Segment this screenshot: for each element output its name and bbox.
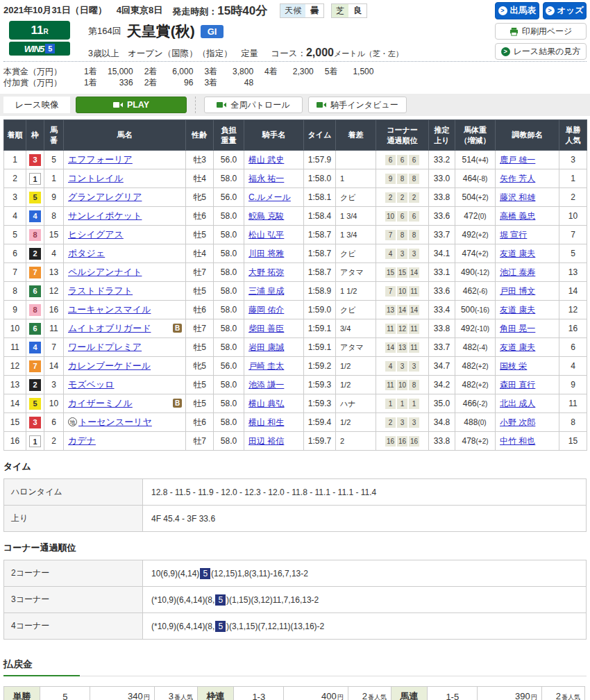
cell-trainer: 角田 晃一 xyxy=(496,319,559,338)
horse-name-link[interactable]: カレンブーケドール xyxy=(68,360,151,371)
results-header-cell: 調教師名 xyxy=(496,120,559,151)
play-button[interactable]: PLAY xyxy=(76,97,187,113)
corner-row-value: (*10,9)(6,4,14)(8,5)(3,1,15)(7,12,11)(13… xyxy=(143,613,587,640)
cell-horse-name: エフフォーリア xyxy=(64,151,186,169)
horse-name-link[interactable]: カデナ xyxy=(68,435,96,446)
cell-corner-positions: 433 xyxy=(376,357,429,376)
race-conditions-line: 3歳以上 オープン（国際）（指定） 定量 コース：2,000メートル（芝・左） xyxy=(88,47,403,60)
shutsuba-button[interactable]: > 出馬表 xyxy=(495,2,539,19)
patrol-video-button[interactable]: 全周パトロール xyxy=(204,97,303,113)
cell-frame: 8 xyxy=(26,301,44,319)
jockey-link[interactable]: 川田 将雅 xyxy=(248,249,284,258)
horse-name-link[interactable]: ムイトオブリガード xyxy=(68,323,151,333)
results-header-row: 着順枠馬 番馬名性齢負担 重量騎手名タイム着差コーナー 通過順位推定 上り馬体重… xyxy=(4,120,587,151)
horse-name-link[interactable]: ポタジェ xyxy=(68,248,105,258)
corner-position-boxes: 71011 xyxy=(385,286,419,297)
jockey-link[interactable]: 池添 謙一 xyxy=(248,380,284,390)
trainer-link[interactable]: 小野 次郎 xyxy=(500,417,535,427)
result-guide-button[interactable]: > レース結果の見方 xyxy=(495,43,587,60)
horse-name-link[interactable]: サンレイポケット xyxy=(68,210,142,221)
jockey-link[interactable]: 大野 拓弥 xyxy=(248,267,284,277)
cell-time: 1:58.1 xyxy=(304,188,336,207)
yen-suffix: 円 xyxy=(531,694,537,700)
cell-sex-age: 牡3 xyxy=(186,151,214,169)
jockey-link[interactable]: 福永 祐一 xyxy=(248,174,284,183)
trainer-link[interactable]: 友道 康夫 xyxy=(500,305,535,315)
horse-name-link[interactable]: ヒシイグアス xyxy=(68,229,124,240)
jockey-link[interactable]: 鮫島 克駿 xyxy=(248,211,284,221)
corner-pos: 13 xyxy=(385,305,396,315)
print-page-button[interactable]: 印刷用ページ xyxy=(495,23,587,40)
results-header-cell: 負担 重量 xyxy=(214,120,244,151)
horse-name-link[interactable]: エフフォーリア xyxy=(68,154,133,165)
results-header-cell: 着差 xyxy=(336,120,376,151)
course-distance: 2,000 xyxy=(306,47,334,58)
horse-name-link[interactable]: ワールドプレミア xyxy=(68,342,142,352)
trainer-link[interactable]: 戸田 博文 xyxy=(500,286,535,296)
horse-name-link[interactable]: ペルシアンナイト xyxy=(68,267,142,277)
cell-frame: 6 xyxy=(26,319,44,338)
cell-jockey: 池添 謙一 xyxy=(244,376,304,394)
jockey-link[interactable]: 柴田 善臣 xyxy=(248,324,284,333)
body-weight-diff: (+2) xyxy=(475,194,488,201)
cell-jockey: 田辺 裕信 xyxy=(244,432,304,451)
winner-number-highlight: 5 xyxy=(215,594,226,606)
jockey-link[interactable]: 三浦 皇成 xyxy=(248,286,284,296)
corner-pos: 6 xyxy=(397,211,407,222)
horse-name-link[interactable]: モズベッロ xyxy=(68,379,115,390)
odds-button[interactable]: > オッズ xyxy=(543,2,587,19)
payout-popularity-value: 2 xyxy=(556,691,561,700)
frame-badge: 1 xyxy=(29,435,41,447)
cell-corner-positions: 233 xyxy=(376,413,429,432)
trainer-link[interactable]: 中竹 和也 xyxy=(500,436,535,446)
trainer-link[interactable]: 友道 康夫 xyxy=(500,249,535,258)
body-weight-value: 482 xyxy=(462,361,475,371)
jockey-link[interactable]: 田辺 裕信 xyxy=(248,436,284,446)
horse-name-link[interactable]: ユーキャンスマイル xyxy=(68,304,151,315)
cell-horse-number: 5 xyxy=(44,151,64,169)
body-weight-diff: (-8) xyxy=(477,175,488,183)
winner-number-highlight: 5 xyxy=(215,621,226,632)
corner-row-value: (*10,9)(6,4,14)(8,5)(1,15)(3,12)11,7,16,… xyxy=(143,587,587,613)
frame-badge: 1 xyxy=(29,173,41,185)
trainer-link[interactable]: 森田 直行 xyxy=(500,380,535,390)
trainer-link[interactable]: 国枝 栄 xyxy=(500,361,527,371)
trainer-link[interactable]: 鹿戸 雄一 xyxy=(500,155,535,165)
jockey-interview-button[interactable]: 騎手インタビュー xyxy=(308,97,407,113)
cell-last3f: 34.1 xyxy=(429,244,455,263)
cell-time: 1:58.7 xyxy=(304,244,336,263)
jockey-link[interactable]: 横山 武史 xyxy=(248,155,284,165)
result-row: 448サンレイポケット牡658.0鮫島 克駿1:58.41 3/4106633.… xyxy=(4,207,587,226)
corner-order-text: (*10,9)(6,4,14)(8, xyxy=(151,622,214,631)
corner-pos: 14 xyxy=(397,305,407,315)
horse-name-link[interactable]: グランアレグリア xyxy=(68,192,142,202)
horse-name-link[interactable]: トーセンスーリヤ xyxy=(78,417,152,427)
result-row: 135エフフォーリア牡356.0横山 武史1:57.966633.2514(+4… xyxy=(4,151,587,169)
cell-last3f: 34.2 xyxy=(429,376,455,394)
cell-horse-name: モズベッロ xyxy=(64,376,186,394)
horse-name-link[interactable]: ラストドラフト xyxy=(68,285,133,296)
jockey-link[interactable]: C.ルメール xyxy=(248,192,291,202)
jockey-link[interactable]: 藤岡 佑介 xyxy=(248,305,284,315)
jockey-link[interactable]: 横山 和生 xyxy=(248,417,284,427)
cell-sex-age: 牡5 xyxy=(186,282,214,301)
trainer-link[interactable]: 北出 成人 xyxy=(500,399,535,408)
trainer-link[interactable]: 友道 康夫 xyxy=(500,342,535,352)
corner-pos: 12 xyxy=(397,324,407,334)
trainer-link[interactable]: 高橋 義忠 xyxy=(500,211,535,221)
jockey-link[interactable]: 戸崎 圭太 xyxy=(248,361,284,371)
cell-jockey: 大野 拓弥 xyxy=(244,263,304,282)
trainer-link[interactable]: 池江 泰寿 xyxy=(500,267,535,277)
trainer-link[interactable]: 堀 宣行 xyxy=(500,230,527,240)
horse-name-link[interactable]: カイザーミノル xyxy=(68,398,133,408)
trainer-link[interactable]: 藤沢 和雄 xyxy=(500,192,535,202)
trainer-link[interactable]: 角田 晃一 xyxy=(500,324,535,333)
jockey-link[interactable]: 岩田 康誠 xyxy=(248,342,284,352)
corner-pos: 13 xyxy=(397,342,407,353)
trainer-link[interactable]: 矢作 芳人 xyxy=(500,174,535,183)
jockey-link[interactable]: 横山 典弘 xyxy=(248,399,284,408)
jockey-link[interactable]: 松山 弘平 xyxy=(248,230,284,240)
cell-jockey: 戸崎 圭太 xyxy=(244,357,304,376)
horse-name-link[interactable]: コントレイル xyxy=(68,173,124,183)
results-header-cell: タイム xyxy=(304,120,336,151)
